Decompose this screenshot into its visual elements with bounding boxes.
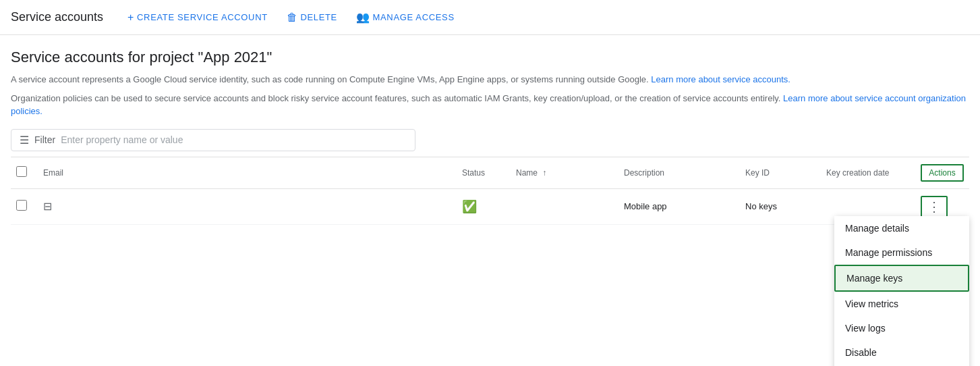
manage-access-button[interactable]: 👥 MANAGE ACCESS: [348, 7, 463, 28]
plus-icon: +: [127, 11, 134, 24]
row-checkbox-cell: [11, 188, 38, 224]
manage-details-item[interactable]: Manage details: [834, 216, 969, 240]
filter-input[interactable]: [61, 134, 407, 145]
keycreation-column-header: Key creation date: [821, 157, 915, 189]
page-title: Service accounts for project "App 2021": [11, 49, 969, 66]
email-account-icon: ⊟: [43, 201, 52, 212]
manage-keys-item[interactable]: Manage keys: [834, 265, 969, 292]
delete-icon: 🗑: [287, 11, 298, 24]
table-container: Email Status Name ↑ Description Key ID: [11, 157, 969, 225]
sort-icon: ↑: [542, 168, 546, 178]
actions-header-box: Actions: [921, 164, 964, 182]
actions-dropdown-menu: Manage details Manage permissions Manage…: [834, 216, 969, 367]
create-service-account-button[interactable]: + CREATE SERVICE ACCOUNT: [119, 7, 276, 28]
org-policy-text: Organization policies can be used to sec…: [11, 92, 969, 118]
table-row: ⊟ ✅ Mobile app No keys ⋮: [11, 188, 969, 224]
name-cell: [511, 188, 618, 224]
delete-button[interactable]: 🗑 DELETE: [279, 7, 345, 28]
manage-access-icon: 👥: [356, 11, 370, 24]
top-bar: Service accounts + CREATE SERVICE ACCOUN…: [0, 0, 980, 35]
status-column-header: Status: [457, 157, 511, 189]
filter-icon: ☰: [20, 134, 29, 147]
table-header-row: Email Status Name ↑ Description Key ID: [11, 157, 969, 189]
status-cell: ✅: [457, 188, 511, 224]
filter-label: Filter: [34, 134, 55, 145]
top-bar-actions: + CREATE SERVICE ACCOUNT 🗑 DELETE 👥 MANA…: [119, 7, 463, 28]
actions-cell-border: ⋮: [921, 196, 948, 217]
name-column-header[interactable]: Name ↑: [511, 157, 618, 189]
select-all-column-header: [11, 157, 38, 189]
description-column-header: Description: [618, 157, 740, 189]
email-cell: ⊟: [38, 188, 457, 224]
actions-menu-button[interactable]: ⋮: [923, 199, 945, 215]
service-accounts-table: Email Status Name ↑ Description Key ID: [11, 157, 969, 225]
actions-cell: ⋮ Manage details Manage permissions Mana…: [915, 188, 969, 224]
filter-bar: ☰ Filter: [11, 129, 415, 151]
page-header-title: Service accounts: [11, 10, 103, 24]
row-checkbox[interactable]: [16, 200, 27, 211]
status-ok-icon: ✅: [462, 200, 477, 213]
learn-more-service-accounts-link[interactable]: Learn more about service accounts.: [651, 74, 790, 84]
description-cell: Mobile app: [618, 188, 740, 224]
keyid-column-header: Key ID: [740, 157, 821, 189]
actions-column-header: Actions: [915, 157, 969, 189]
select-all-checkbox[interactable]: [16, 166, 27, 177]
keyid-cell: No keys: [740, 188, 821, 224]
description-text: A service account represents a Google Cl…: [11, 73, 969, 86]
view-logs-item[interactable]: View logs: [834, 316, 969, 340]
manage-permissions-item[interactable]: Manage permissions: [834, 240, 969, 265]
email-column-header: Email: [38, 157, 457, 189]
view-metrics-item[interactable]: View metrics: [834, 292, 969, 316]
main-content: Service accounts for project "App 2021" …: [0, 35, 980, 238]
disable-item[interactable]: Disable: [834, 340, 969, 365]
